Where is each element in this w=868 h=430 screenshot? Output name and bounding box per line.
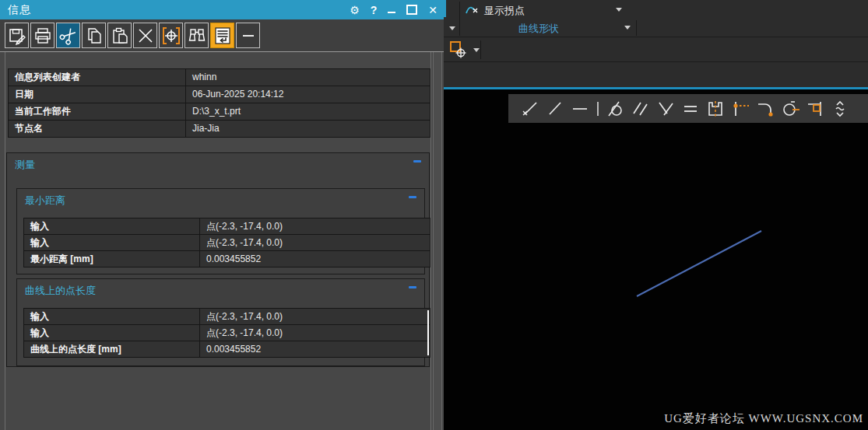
settings-gear-icon[interactable]: ⚙ <box>350 5 360 16</box>
table-row: 当前工作部件 D:\3_x_t.prt <box>9 103 430 120</box>
chevron-down-icon[interactable] <box>473 48 480 52</box>
row-label: 日期 <box>9 86 185 103</box>
close-icon[interactable]: ✕ <box>428 5 438 16</box>
chevron-down-icon[interactable] <box>449 26 455 30</box>
vertical-scrollbar[interactable] <box>433 52 442 430</box>
collapse-section-button[interactable] <box>413 160 421 163</box>
find-target-button[interactable] <box>159 23 183 48</box>
paste-icon <box>111 26 129 45</box>
row-value: 点(-2.3, -17.4, 0.0) <box>200 325 430 341</box>
collapse-all-button[interactable] <box>236 23 260 48</box>
find-target-icon <box>161 26 181 46</box>
copy-icon <box>85 26 104 45</box>
snap-point-selector-icon[interactable] <box>449 40 468 59</box>
nx-main-window: 显示拐点 曲线形状 <box>444 0 868 430</box>
cut-button[interactable] <box>56 23 80 48</box>
table-row: 最小距离 [mm] 0.003455852 <box>24 251 430 267</box>
table-row: 信息列表创建者 whinn <box>9 69 430 86</box>
row-value: 点(-2.3, -17.4, 0.0) <box>200 309 430 324</box>
info-toolbar <box>0 19 444 52</box>
ribbon-separator <box>636 20 637 36</box>
chevron-down-icon[interactable] <box>616 8 622 12</box>
find-button[interactable] <box>184 23 209 48</box>
graphics-viewport[interactable]: UG爱好者论坛 WWW.UGSNX.COM <box>444 89 868 430</box>
print-icon <box>33 26 52 45</box>
binoculars-icon <box>188 26 206 45</box>
toolbar-empty-row <box>444 62 868 87</box>
screen: 信息 ⚙ ? ✕ <box>0 0 868 430</box>
row-label: 曲线上的点长度 [mm] <box>24 341 199 357</box>
section-title: 最小距离 <box>25 194 65 208</box>
section-title: 曲线上的点长度 <box>25 284 96 298</box>
table-row: 曲线上的点长度 [mm] 0.003455852 <box>24 341 430 357</box>
window-title: 信息 <box>8 3 31 17</box>
section-min-distance: 最小距离 输入 点(-2.3, -17.4, 0.0) 输入 点(-2.3, -… <box>16 188 425 274</box>
row-value: 0.003455852 <box>200 251 430 267</box>
row-label: 输入 <box>24 235 199 250</box>
row-value: Jia-Jia <box>186 121 430 137</box>
row-label: 当前工作部件 <box>9 103 185 120</box>
ribbon-separator <box>459 2 460 36</box>
row-label: 输入 <box>24 309 199 324</box>
info-window: 信息 ⚙ ? ✕ <box>0 0 444 430</box>
section-point-length-on-curve: 曲线上的点长度 输入 点(-2.3, -17.4, 0.0) 输入 点(-2.3… <box>16 278 425 366</box>
collapse-section-button[interactable] <box>409 196 416 198</box>
show-inflection-toggle[interactable]: 显示拐点 <box>484 4 525 18</box>
row-value: 0.003455852 <box>200 341 430 357</box>
selection-toolbar <box>444 37 868 62</box>
minimize-icon[interactable] <box>388 12 395 13</box>
row-value: 06-Jun-2025 20:14:12 <box>186 86 430 103</box>
watermark-text: UG爱好者论坛 WWW.UGSNX.COM <box>664 411 863 426</box>
table-scrollbar-thumb[interactable] <box>427 310 429 355</box>
delete-x-icon <box>136 26 155 45</box>
cut-icon <box>59 26 78 45</box>
collapse-section-button[interactable] <box>409 286 416 288</box>
log-button[interactable] <box>210 23 234 48</box>
row-label: 输入 <box>24 218 199 234</box>
log-document-icon <box>213 26 232 45</box>
print-button[interactable] <box>30 23 54 48</box>
table-row: 输入 点(-2.3, -17.4, 0.0) <box>24 218 430 234</box>
min-distance-table: 输入 点(-2.3, -17.4, 0.0) 输入 点(-2.3, -17.4,… <box>23 218 430 267</box>
window-controls: ⚙ ? ✕ <box>350 0 438 19</box>
paste-button[interactable] <box>107 23 132 48</box>
copy-button[interactable] <box>82 23 106 48</box>
row-label: 输入 <box>24 325 199 341</box>
section-measure: 测量 最小距离 输入 点(-2.3, -17.4, 0.0) 输入 点(-2.3… <box>6 152 430 367</box>
row-label: 最小距离 [mm] <box>24 251 199 267</box>
table-row: 输入 点(-2.3, -17.4, 0.0) <box>24 309 430 324</box>
point-length-table: 输入 点(-2.3, -17.4, 0.0) 输入 点(-2.3, -17.4,… <box>23 308 430 358</box>
table-row: 输入 点(-2.3, -17.4, 0.0) <box>24 235 430 250</box>
help-icon[interactable]: ? <box>371 5 378 16</box>
delete-button[interactable] <box>133 23 157 48</box>
inflection-curve-icon <box>465 5 482 16</box>
ribbon-curve-group: 显示拐点 曲线形状 <box>444 0 868 37</box>
row-value: whinn <box>186 69 430 86</box>
info-header-table: 信息列表创建者 whinn 日期 06-Jun-2025 20:14:12 当前… <box>8 68 430 138</box>
row-label: 信息列表创建者 <box>9 69 185 86</box>
window-edge <box>444 0 446 17</box>
row-value: D:\3_x_t.prt <box>186 103 430 120</box>
row-value: 点(-2.3, -17.4, 0.0) <box>200 235 430 250</box>
row-label: 节点名 <box>9 121 185 137</box>
curve-shape-menu[interactable]: 曲线形状 <box>518 22 559 36</box>
toolbar-separator <box>480 40 481 59</box>
table-row: 节点名 Jia-Jia <box>9 121 430 137</box>
save-icon <box>8 26 26 45</box>
table-row: 日期 06-Jun-2025 20:14:12 <box>9 86 430 103</box>
info-window-titlebar[interactable]: 信息 ⚙ ? ✕ <box>0 0 444 19</box>
curve-geometry[interactable] <box>444 89 868 430</box>
minus-icon <box>239 26 258 45</box>
section-title: 测量 <box>15 158 35 172</box>
save-button[interactable] <box>5 23 29 48</box>
table-row: 输入 点(-2.3, -17.4, 0.0) <box>24 325 430 341</box>
row-value: 点(-2.3, -17.4, 0.0) <box>200 218 430 234</box>
maximize-icon[interactable] <box>406 5 417 15</box>
chevron-down-icon[interactable] <box>624 26 631 30</box>
